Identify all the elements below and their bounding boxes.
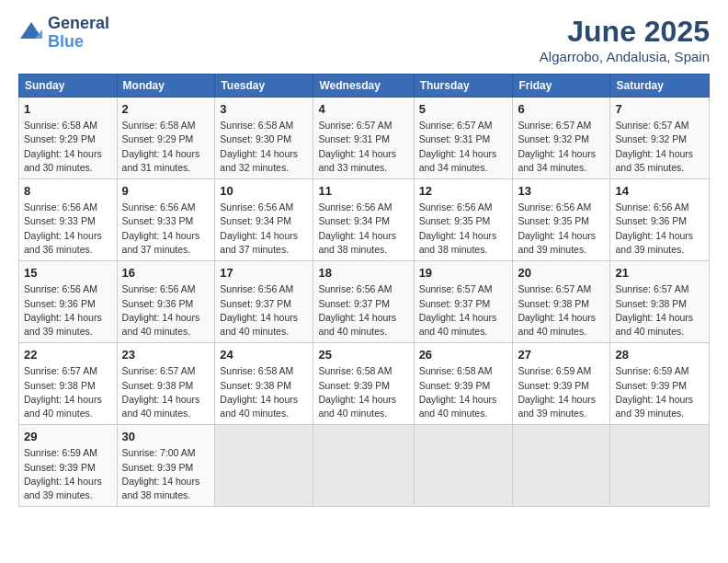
calendar-cell: 3Sunrise: 6:58 AM Sunset: 9:30 PM Daylig…	[215, 98, 313, 179]
calendar-week-row: 15Sunrise: 6:56 AM Sunset: 9:36 PM Dayli…	[19, 261, 710, 343]
day-info: Sunrise: 6:57 AM Sunset: 9:31 PM Dayligh…	[419, 119, 508, 175]
calendar-cell: 17Sunrise: 6:56 AM Sunset: 9:37 PM Dayli…	[215, 261, 313, 343]
day-number: 29	[24, 429, 112, 445]
day-info: Sunrise: 6:58 AM Sunset: 9:29 PM Dayligh…	[122, 119, 210, 175]
day-number: 6	[518, 101, 605, 118]
day-number: 4	[318, 101, 408, 118]
calendar-cell: 2Sunrise: 6:58 AM Sunset: 9:29 PM Daylig…	[117, 98, 215, 179]
day-info: Sunrise: 6:57 AM Sunset: 9:38 PM Dayligh…	[24, 364, 112, 420]
day-info: Sunrise: 6:56 AM Sunset: 9:36 PM Dayligh…	[122, 282, 210, 339]
day-number: 27	[518, 347, 605, 363]
day-info: Sunrise: 6:56 AM Sunset: 9:34 PM Dayligh…	[220, 201, 308, 257]
day-info: Sunrise: 6:58 AM Sunset: 9:39 PM Dayligh…	[419, 364, 508, 420]
day-number: 14	[615, 183, 704, 200]
weekday-header: Thursday	[414, 75, 513, 98]
logo-line1: General	[48, 15, 109, 33]
day-info: Sunrise: 6:57 AM Sunset: 9:38 PM Dayligh…	[122, 364, 210, 420]
calendar-cell	[215, 425, 313, 507]
weekday-header: Friday	[513, 75, 610, 98]
day-info: Sunrise: 6:58 AM Sunset: 9:39 PM Dayligh…	[318, 364, 408, 420]
logo: General Blue	[18, 15, 109, 52]
day-number: 30	[122, 429, 210, 445]
calendar-cell: 29Sunrise: 6:59 AM Sunset: 9:39 PM Dayli…	[19, 425, 118, 507]
day-number: 25	[318, 347, 408, 363]
day-number: 1	[24, 101, 112, 118]
calendar-cell: 6Sunrise: 6:57 AM Sunset: 9:32 PM Daylig…	[513, 98, 610, 179]
calendar-cell: 18Sunrise: 6:56 AM Sunset: 9:37 PM Dayli…	[313, 261, 414, 343]
weekday-header: Saturday	[610, 75, 710, 98]
calendar-cell: 9Sunrise: 6:56 AM Sunset: 9:33 PM Daylig…	[117, 179, 215, 261]
day-number: 28	[615, 347, 704, 363]
weekday-header: Monday	[117, 75, 215, 98]
calendar-cell: 21Sunrise: 6:57 AM Sunset: 9:38 PM Dayli…	[610, 261, 710, 343]
day-number: 17	[220, 265, 308, 282]
day-number: 16	[122, 265, 210, 282]
day-info: Sunrise: 6:56 AM Sunset: 9:33 PM Dayligh…	[122, 201, 210, 257]
day-info: Sunrise: 6:56 AM Sunset: 9:35 PM Dayligh…	[419, 201, 508, 257]
calendar-cell: 12Sunrise: 6:56 AM Sunset: 9:35 PM Dayli…	[414, 179, 513, 261]
day-number: 21	[615, 265, 704, 282]
location-title: Algarrobo, Andalusia, Spain	[540, 49, 710, 64]
calendar-cell: 14Sunrise: 6:56 AM Sunset: 9:36 PM Dayli…	[610, 179, 710, 261]
day-number: 26	[419, 347, 508, 363]
day-number: 24	[220, 347, 308, 363]
day-info: Sunrise: 6:56 AM Sunset: 9:36 PM Dayligh…	[615, 201, 704, 257]
day-info: Sunrise: 6:56 AM Sunset: 9:37 PM Dayligh…	[220, 282, 308, 339]
header: General Blue June 2025 Algarrobo, Andalu…	[18, 15, 710, 64]
day-info: Sunrise: 6:57 AM Sunset: 9:31 PM Dayligh…	[318, 119, 408, 175]
page: General Blue June 2025 Algarrobo, Andalu…	[0, 0, 728, 563]
calendar-cell: 5Sunrise: 6:57 AM Sunset: 9:31 PM Daylig…	[414, 98, 513, 179]
weekday-header: Wednesday	[313, 75, 414, 98]
calendar-week-row: 8Sunrise: 6:56 AM Sunset: 9:33 PM Daylig…	[19, 179, 710, 261]
day-number: 3	[220, 101, 308, 118]
calendar-cell: 15Sunrise: 6:56 AM Sunset: 9:36 PM Dayli…	[19, 261, 118, 343]
day-info: Sunrise: 6:56 AM Sunset: 9:36 PM Dayligh…	[24, 282, 112, 339]
day-number: 11	[318, 183, 408, 200]
day-number: 8	[24, 183, 112, 200]
calendar-week-row: 1Sunrise: 6:58 AM Sunset: 9:29 PM Daylig…	[19, 98, 710, 179]
day-number: 18	[318, 265, 408, 282]
calendar-cell: 13Sunrise: 6:56 AM Sunset: 9:35 PM Dayli…	[513, 179, 610, 261]
day-number: 12	[419, 183, 508, 200]
logo-icon	[18, 20, 44, 46]
calendar-cell: 23Sunrise: 6:57 AM Sunset: 9:38 PM Dayli…	[117, 343, 215, 425]
weekday-row: SundayMondayTuesdayWednesdayThursdayFrid…	[19, 75, 710, 98]
day-info: Sunrise: 6:56 AM Sunset: 9:34 PM Dayligh…	[318, 201, 408, 257]
day-info: Sunrise: 6:56 AM Sunset: 9:33 PM Dayligh…	[24, 201, 112, 257]
calendar-cell: 27Sunrise: 6:59 AM Sunset: 9:39 PM Dayli…	[513, 343, 610, 425]
calendar-cell	[610, 425, 710, 507]
day-number: 23	[122, 347, 210, 363]
day-info: Sunrise: 6:59 AM Sunset: 9:39 PM Dayligh…	[24, 446, 112, 502]
calendar-cell: 1Sunrise: 6:58 AM Sunset: 9:29 PM Daylig…	[19, 98, 118, 179]
logo-text: General Blue	[48, 15, 109, 52]
calendar-cell: 30Sunrise: 7:00 AM Sunset: 9:39 PM Dayli…	[117, 425, 215, 507]
calendar-cell: 4Sunrise: 6:57 AM Sunset: 9:31 PM Daylig…	[313, 98, 414, 179]
day-info: Sunrise: 6:57 AM Sunset: 9:38 PM Dayligh…	[615, 282, 704, 339]
day-info: Sunrise: 6:56 AM Sunset: 9:37 PM Dayligh…	[318, 282, 408, 339]
calendar-header: SundayMondayTuesdayWednesdayThursdayFrid…	[19, 75, 710, 98]
calendar-cell: 25Sunrise: 6:58 AM Sunset: 9:39 PM Dayli…	[313, 343, 414, 425]
day-info: Sunrise: 6:58 AM Sunset: 9:29 PM Dayligh…	[24, 119, 112, 175]
calendar-cell: 20Sunrise: 6:57 AM Sunset: 9:38 PM Dayli…	[513, 261, 610, 343]
calendar-cell	[414, 425, 513, 507]
calendar-cell: 7Sunrise: 6:57 AM Sunset: 9:32 PM Daylig…	[610, 98, 710, 179]
day-info: Sunrise: 6:57 AM Sunset: 9:32 PM Dayligh…	[615, 119, 704, 175]
calendar-cell: 19Sunrise: 6:57 AM Sunset: 9:37 PM Dayli…	[414, 261, 513, 343]
calendar-week-row: 29Sunrise: 6:59 AM Sunset: 9:39 PM Dayli…	[19, 425, 710, 507]
day-info: Sunrise: 6:58 AM Sunset: 9:38 PM Dayligh…	[220, 364, 308, 420]
calendar-cell: 10Sunrise: 6:56 AM Sunset: 9:34 PM Dayli…	[215, 179, 313, 261]
calendar-cell	[313, 425, 414, 507]
day-info: Sunrise: 6:59 AM Sunset: 9:39 PM Dayligh…	[518, 364, 605, 420]
day-number: 9	[122, 183, 210, 200]
weekday-header: Tuesday	[215, 75, 313, 98]
title-block: June 2025 Algarrobo, Andalusia, Spain	[540, 15, 710, 64]
day-number: 22	[24, 347, 112, 363]
day-info: Sunrise: 6:58 AM Sunset: 9:30 PM Dayligh…	[220, 119, 308, 175]
calendar: SundayMondayTuesdayWednesdayThursdayFrid…	[18, 74, 710, 507]
calendar-cell: 22Sunrise: 6:57 AM Sunset: 9:38 PM Dayli…	[19, 343, 118, 425]
day-number: 7	[615, 101, 704, 118]
day-info: Sunrise: 7:00 AM Sunset: 9:39 PM Dayligh…	[122, 446, 210, 502]
day-number: 10	[220, 183, 308, 200]
day-info: Sunrise: 6:57 AM Sunset: 9:38 PM Dayligh…	[518, 282, 605, 339]
day-number: 2	[122, 101, 210, 118]
